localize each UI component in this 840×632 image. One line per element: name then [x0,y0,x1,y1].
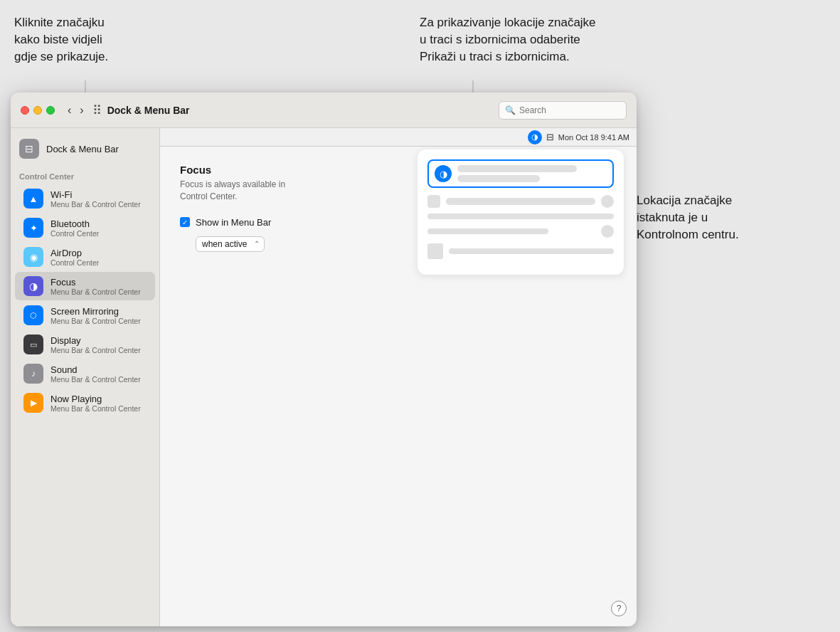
nav-buttons: ‹ › [65,102,87,118]
back-button[interactable]: ‹ [65,102,74,118]
sidebar-item-focus[interactable]: ◑ Focus Menu Bar & Control Center [15,272,155,300]
screen-mirroring-icon: ⬡ [23,305,43,325]
sidebar-top-item-text: Dock & Menu Bar [46,144,119,154]
menubar-focus-badge: ◑ [528,130,542,144]
preview-block-3 [427,214,614,219]
display-icon: ▭ [23,335,43,354]
menubar-icons: ◑ ⊟ Mon Oct 18 9:41 AM [528,130,629,144]
sidebar: ⊟ Dock & Menu Bar Control Center ▲ Wi-Fi… [11,128,160,626]
preview-focus-highlight: ◑ [427,159,614,188]
preview-circle-2 [601,225,614,238]
preview-circle-1 [601,195,614,208]
preview-focus-icon: ◑ [435,165,452,182]
sidebar-item-screen-mirroring[interactable]: ⬡ Screen Mirroring Menu Bar & Control Ce… [15,301,155,330]
sidebar-item-display[interactable]: ▭ Display Menu Bar & Control Center [15,330,155,359]
wifi-icon: ▲ [23,189,43,209]
sidebar-item-sound[interactable]: ♪ Sound Menu Bar & Control Center [15,359,155,388]
grid-button[interactable]: ⠿ [92,102,102,118]
sidebar-item-airdrop[interactable]: ◉ AirDrop Control Center [15,243,155,271]
show-in-menu-bar-checkbox[interactable] [180,217,190,227]
search-box[interactable]: 🔍 [499,101,627,120]
annotation-bottom-right: Lokacija značajke istaknuta je u Kontrol… [637,192,739,243]
dock-menu-bar-icon: ⊟ [19,139,39,159]
sound-icon: ♪ [23,364,43,384]
help-button[interactable]: ? [611,601,627,616]
search-input[interactable] [519,105,626,115]
now-playing-icon: ▶ [23,393,43,413]
preview-block-2a [446,198,595,205]
show-in-menu-bar-label: Show in Menu Bar [196,217,271,228]
main-content: ◑ ⊟ Mon Oct 18 9:41 AM Focus Focus is al… [160,128,637,626]
maximize-button[interactable] [46,106,55,115]
preview-row-3 [427,214,614,219]
preview-row-5 [427,243,614,259]
preview-square-1 [427,195,440,208]
window-body: ⊟ Dock & Menu Bar Control Center ▲ Wi-Fi… [11,128,637,626]
preview-row-2 [427,195,614,208]
fake-menubar: ◑ ⊟ Mon Oct 18 9:41 AM [160,128,637,147]
sidebar-item-bluetooth[interactable]: ✦ Bluetooth Control Center [15,214,155,242]
sidebar-item-wifi[interactable]: ▲ Wi-Fi Menu Bar & Control Center [15,184,155,213]
menubar-extra-icon: ⊟ [546,132,554,142]
annotation-top-right: Za prikazivanje lokacije značajke u trac… [420,14,596,65]
forward-button[interactable]: › [77,102,86,118]
control-center-label: Control Center [11,164,159,184]
titlebar: ‹ › ⠿ Dock & Menu Bar 🔍 [11,93,637,128]
main-window: ‹ › ⠿ Dock & Menu Bar 🔍 ⊟ Dock & Menu Ba… [11,93,637,626]
preview-block-5 [449,248,614,254]
window-title: Dock & Menu Bar [107,105,190,116]
when-active-dropdown[interactable]: when active [196,236,265,252]
sidebar-item-now-playing[interactable]: ▶ Now Playing Menu Bar & Control Center [15,389,155,417]
bluetooth-icon: ✦ [23,218,43,238]
focus-icon: ◑ [23,276,43,296]
annotation-top-left: Kliknite značajku kako biste vidjeli gdj… [14,14,108,65]
close-button[interactable] [21,106,29,115]
sidebar-item-dock-menu-bar[interactable]: ⊟ Dock & Menu Bar [11,134,159,164]
preview-square-2 [427,243,443,259]
search-icon: 🔍 [505,105,516,115]
preview-block-4a [427,228,548,234]
preview-text-line-2 [457,175,540,182]
airdrop-icon: ◉ [23,247,43,267]
preview-area: ◑ [418,149,624,275]
traffic-lights [21,106,55,115]
menubar-time: Mon Oct 18 9:41 AM [558,133,629,142]
preview-row-4 [427,225,614,238]
minimize-button[interactable] [33,106,42,115]
preview-text-line-1 [457,165,577,172]
